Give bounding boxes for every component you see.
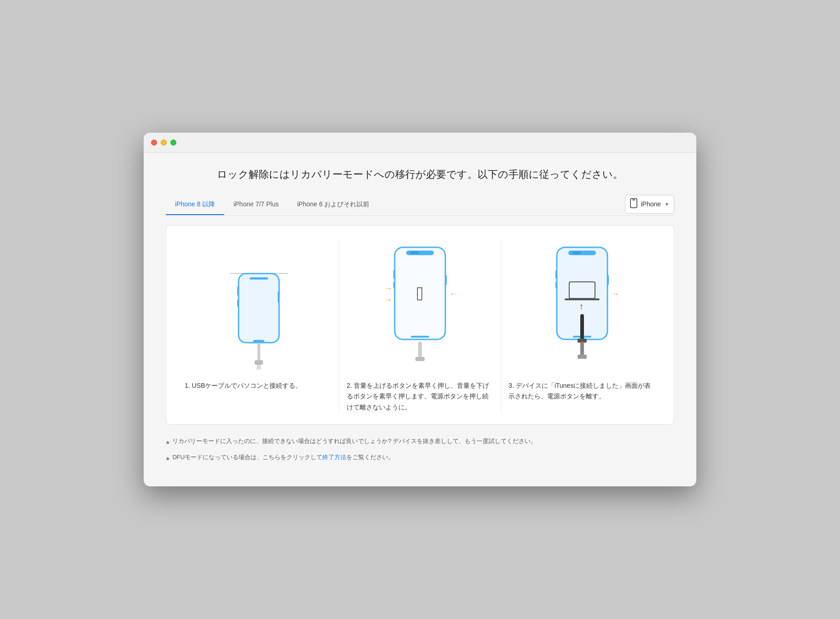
step-1-svg: [216, 240, 299, 369]
step-1-text: 1. USBケーブルでパソコンと接続する。: [185, 380, 332, 391]
note-2-text: DFUモードになっている場合は、こちらをクリックして終了方法をご覧ください。: [172, 452, 394, 462]
content-area: ロック解除にはリカバリーモードへの移行が必要です。以下の手順に従ってください。 …: [144, 153, 696, 487]
tabs-row: iPhone 8 以降 iPhone 7/7 Plus iPhone 6 および…: [166, 195, 674, 216]
svg-rect-10: [255, 360, 263, 365]
svg-rect-17: [445, 275, 447, 285]
step-2-svg:  → → ←: [374, 240, 466, 369]
tabs-container: iPhone 8 以降 iPhone 7/7 Plus iPhone 6 および…: [166, 196, 625, 215]
note-1-text: リカバリーモードに入ったのに、接続できない場合はどうすれば良いでしょうか? デバ…: [172, 436, 537, 446]
main-window: ロック解除にはリカバリーモードへの移行が必要です。以下の手順に従ってください。 …: [144, 133, 696, 487]
svg-rect-20: [418, 342, 422, 358]
svg-rect-6: [237, 299, 239, 307]
note-2-bullet: ●: [166, 453, 169, 464]
svg-rect-38: [578, 355, 587, 359]
step-2:  → → ← 2. 音量を上げるボタンを素早く押し、音量を下げるボタンを素早く…: [339, 240, 502, 413]
svg-rect-1: [632, 199, 635, 200]
step-3-illustration: ↑ →: [508, 240, 655, 369]
svg-text:→: →: [384, 295, 392, 304]
phone-icon: [630, 198, 637, 210]
minimize-button[interactable]: [161, 140, 167, 146]
svg-text:↑: ↑: [579, 301, 583, 311]
svg-rect-5: [237, 286, 239, 296]
step-2-text: 2. 音量を上げるボタンを素早く押し、音量を下げるボタンを素早く押します。電源ボ…: [347, 380, 494, 413]
svg-text:→: →: [384, 284, 392, 293]
page-title: ロック解除にはリカバリーモードへの移行が必要です。以下の手順に従ってください。: [166, 168, 674, 182]
svg-rect-33: [565, 298, 600, 300]
close-button[interactable]: [151, 140, 157, 146]
svg-rect-37: [580, 342, 584, 356]
svg-rect-35: [580, 314, 584, 339]
svg-rect-16: [393, 282, 395, 288]
svg-rect-7: [278, 291, 280, 303]
note-2-after: をご覧ください。: [346, 454, 394, 461]
svg-rect-15: [393, 270, 395, 279]
svg-rect-14: [410, 251, 419, 254]
tab-iphone8[interactable]: iPhone 8 以降: [166, 196, 224, 215]
svg-rect-28: [555, 270, 557, 279]
svg-rect-18: [411, 336, 429, 338]
step-1: 1. USBケーブルでパソコンと接続する。: [177, 240, 339, 413]
maximize-button[interactable]: [170, 140, 176, 146]
svg-rect-3: [239, 274, 279, 343]
dfu-link[interactable]: 終了方法: [322, 454, 346, 461]
chevron-down-icon: ▼: [665, 202, 669, 207]
traffic-lights: [151, 140, 176, 146]
note-1: ● リカバリーモードに入ったのに、接続できない場合はどうすれば良いでしょうか? …: [166, 436, 674, 448]
titlebar: [144, 133, 696, 153]
step-3-text: 3. デバイスに「iTunesに接続しました」画面が表示されたら、電源ボタンを離…: [508, 380, 655, 403]
step-2-illustration:  → → ←: [347, 240, 494, 369]
device-selector[interactable]: iPhone ▼: [625, 195, 675, 214]
steps-container: 1. USBケーブルでパソコンと接続する。: [166, 225, 674, 425]
svg-text:→: →: [611, 289, 619, 298]
svg-rect-11: [257, 365, 261, 369]
svg-text:: : [416, 283, 423, 304]
notes-section: ● リカバリーモードに入ったのに、接続できない場合はどうすれば良いでしょうか? …: [166, 436, 674, 464]
svg-rect-29: [555, 282, 557, 288]
svg-rect-21: [415, 357, 425, 361]
tab-iphone7[interactable]: iPhone 7/7 Plus: [224, 196, 288, 215]
svg-rect-9: [257, 343, 260, 361]
note-2-before: DFUモードになっている場合は、こちらをクリックして: [172, 454, 322, 461]
svg-rect-27: [572, 251, 581, 254]
step-3-svg: ↑ →: [536, 240, 628, 369]
step-1-illustration: [185, 240, 332, 369]
note-1-bullet: ●: [166, 437, 169, 448]
device-label: iPhone: [641, 200, 661, 208]
tab-iphone6[interactable]: iPhone 6 およびそれ以前: [288, 196, 379, 215]
svg-text:←: ←: [449, 289, 457, 298]
svg-rect-8: [253, 340, 264, 343]
step-3: ↑ → 3. デバイスに「iTunesに接続しました」画面が表示されたら、電源ボ…: [501, 240, 663, 413]
svg-rect-30: [607, 275, 609, 285]
note-2: ● DFUモードになっている場合は、こちらをクリックして終了方法をご覧ください。: [166, 452, 674, 464]
svg-rect-4: [250, 277, 268, 280]
